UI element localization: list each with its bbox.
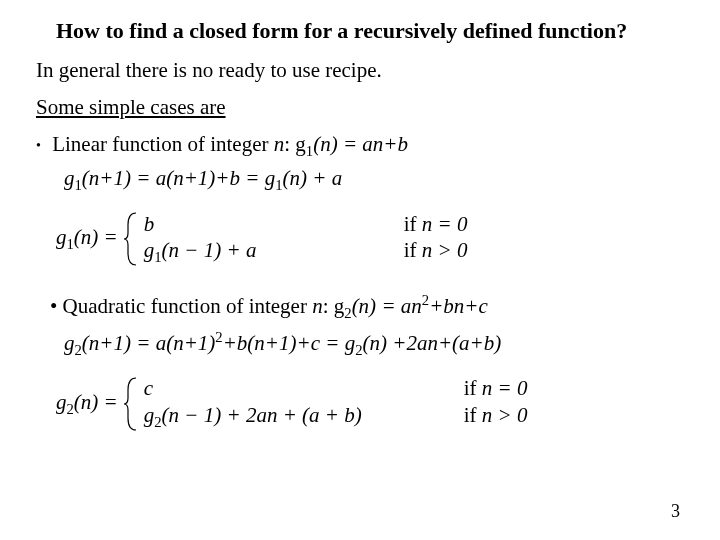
linear-var-n: n — [274, 132, 285, 156]
quadratic-text: Quadratic function of integer — [63, 294, 313, 318]
brace-icon — [124, 211, 140, 267]
quadratic-case2: g2(n − 1) + 2an + (a + b) if n > 0 — [144, 403, 528, 431]
quadratic-case2-cond: if n > 0 — [464, 403, 528, 428]
linear-text: Linear function of integer — [52, 132, 274, 156]
linear-case1-expr: b — [144, 212, 404, 237]
quadratic-eq2-sub: 2 — [75, 342, 82, 358]
quadratic-eq1-rhs-b: +bn+c — [429, 294, 488, 318]
quadratic-bullet: • Quadratic function of integer n: g2(n)… — [50, 292, 684, 322]
linear-eq2-mid: = a(n+1)+b — [131, 166, 240, 190]
linear-eq2-sub2: 1 — [275, 177, 282, 193]
quadratic-sub2: 2 — [344, 306, 351, 322]
quadratic-sq2: 2 — [215, 329, 222, 345]
linear-eq2: g1(n+1) = a(n+1)+b = g1(n) + a — [64, 166, 684, 194]
quadratic-pw-g: g — [56, 390, 67, 414]
quadratic-eq2-sub2: 2 — [355, 342, 362, 358]
linear-bullet: • Linear function of integer n: g1(n) = … — [36, 132, 684, 160]
quadratic-eq2-np1: (n+1) — [82, 331, 131, 355]
linear-eq1-rhs: = an+b — [338, 132, 408, 156]
quadratic-var-n: n — [312, 294, 323, 318]
quadratic-eq2-mid-a: = a(n+1) — [131, 331, 215, 355]
linear-case1-cond: if n = 0 — [404, 212, 468, 237]
linear-eq2-rhs: = g — [240, 166, 275, 190]
quadratic-eq2-rhs-tail: (n) +2an+(a+b) — [363, 331, 502, 355]
bullet-dot-icon: • — [36, 138, 41, 153]
linear-eq2-sub: 1 — [75, 177, 82, 193]
quadratic-colon: : g — [323, 294, 345, 318]
linear-eq2-g: g — [64, 166, 75, 190]
linear-case2: g1(n − 1) + a if n > 0 — [144, 238, 468, 266]
quadratic-eq1-rhs-a: = an — [376, 294, 422, 318]
page-number: 3 — [671, 501, 680, 522]
quadratic-eq2: g2(n+1) = a(n+1)2+b(n+1)+c = g2(n) +2an+… — [64, 329, 684, 359]
quadratic-eq2-rhs-pre: = g — [320, 331, 355, 355]
quadratic-pw-sub: 2 — [67, 401, 74, 417]
brace-icon — [124, 376, 140, 432]
simple-cases-heading: Some simple cases are — [36, 95, 684, 120]
intro-text: In general there is no ready to use reci… — [36, 58, 684, 83]
quadratic-case2-expr: g2(n − 1) + 2an + (a + b) — [144, 403, 464, 431]
linear-cases: b if n = 0 g1(n − 1) + a if n > 0 — [144, 211, 468, 267]
linear-eq2-np1: (n+1) — [82, 166, 131, 190]
linear-piecewise: g1(n) = b if n = 0 g1(n − 1) + a if n > … — [56, 208, 684, 270]
quadratic-cases: c if n = 0 g2(n − 1) + 2an + (a + b) if … — [144, 376, 528, 432]
quadratic-pw-lhs: g2(n) = — [56, 390, 118, 418]
linear-pw-g: g — [56, 225, 67, 249]
quadratic-pw-arg: (n) = — [74, 390, 118, 414]
linear-case1: b if n = 0 — [144, 212, 468, 237]
quadratic-eq2-mid-b: +b(n+1)+c — [223, 331, 320, 355]
quadratic-piecewise: g2(n) = c if n = 0 g2(n − 1) + 2an + (a … — [56, 373, 684, 435]
slide-title: How to find a closed form for a recursiv… — [56, 18, 684, 44]
linear-fn-n: (n) — [313, 132, 338, 156]
linear-eq2-tail: (n) + a — [283, 166, 343, 190]
linear-colon: : g — [284, 132, 306, 156]
quadratic-case1: c if n = 0 — [144, 376, 528, 401]
quadratic-case1-expr: c — [144, 376, 464, 401]
quadratic-eq2-g: g — [64, 331, 75, 355]
linear-pw-lhs: g1(n) = — [56, 225, 118, 253]
linear-pw-sub: 1 — [67, 236, 74, 252]
linear-case2-expr: g1(n − 1) + a — [144, 238, 404, 266]
quadratic-fn-n: (n) — [352, 294, 377, 318]
bullet-dot-icon: • — [50, 294, 57, 318]
linear-pw-arg: (n) = — [74, 225, 118, 249]
linear-case2-cond: if n > 0 — [404, 238, 468, 263]
quadratic-case1-cond: if n = 0 — [464, 376, 528, 401]
